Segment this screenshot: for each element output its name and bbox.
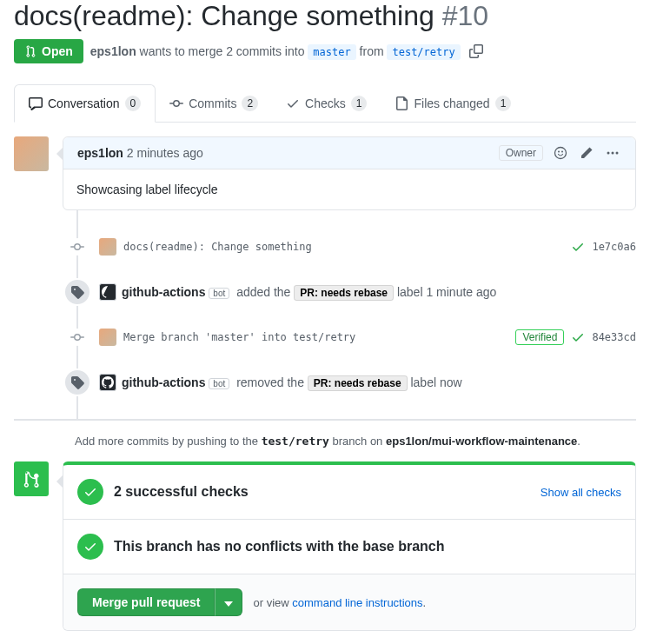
commit-item: docs(readme): Change something 1e7c0a6 [78,224,636,269]
checks-icon [286,96,300,110]
push-hint: Add more commits by pushing to the test/… [75,435,636,448]
label-event: github-actions bot added the PR: needs r… [78,269,636,315]
commit-badge-icon [69,238,86,256]
verified-badge[interactable]: Verified [515,329,564,345]
checks-count: 1 [351,96,368,111]
pr-label[interactable]: PR: needs rebase [294,285,394,301]
pr-title: docs(readme): Change something #10 [14,0,636,32]
commit-badge-icon [69,329,86,346]
state-open-badge: Open [14,39,83,63]
edit-icon[interactable] [578,144,595,162]
files-icon [395,96,408,110]
comment-box: eps1lon 2 minutes ago Owner Showcasing l… [63,136,636,210]
conversation-count: 0 [125,96,142,111]
cli-link[interactable]: command line instructions [292,596,422,609]
tag-badge-icon [63,278,91,306]
comment-time: 2 minutes ago [127,146,203,160]
success-check-icon [77,534,103,560]
base-branch[interactable]: master [308,44,355,60]
svg-point-1 [558,151,560,153]
svg-point-3 [607,152,610,155]
commit-sha[interactable]: 84e33cd [592,331,636,343]
tab-files[interactable]: Files changed 1 [381,84,525,122]
github-avatar[interactable] [99,283,116,301]
pr-icon [24,44,38,58]
comment-body: Showcasing label lifecycle [63,169,635,209]
actor-link[interactable]: github-actions [122,285,205,299]
tag-badge-icon [63,368,91,396]
tabnav: Conversation 0 Commits 2 Checks 1 Files … [14,84,636,123]
pr-number: #10 [442,0,488,31]
react-icon[interactable] [552,144,569,162]
svg-point-5 [616,152,619,155]
svg-point-0 [555,148,567,159]
avatar[interactable] [14,136,49,171]
tab-checks[interactable]: Checks 1 [272,84,381,122]
commit-item: Merge branch 'master' into test/retry Ve… [78,315,636,360]
commit-message[interactable]: docs(readme): Change something [123,241,571,253]
pr-label[interactable]: PR: needs rebase [308,375,408,391]
check-icon[interactable] [571,240,585,254]
svg-point-2 [561,151,563,153]
owner-badge: Owner [499,145,543,161]
head-branch[interactable]: test/retry [387,44,460,60]
pr-title-text: docs(readme): Change something [14,0,434,31]
check-icon[interactable] [571,330,585,344]
bot-badge: bot [209,378,229,389]
label-event: github-actions bot removed the PR: needs… [78,360,636,405]
merge-icon [14,461,49,496]
no-conflicts-title: This branch has no conflicts with the ba… [114,539,445,554]
merge-description: eps1lon wants to merge 2 commits into ma… [90,44,461,58]
pr-author[interactable]: eps1lon [90,44,136,58]
copy-branch-icon[interactable] [468,43,485,60]
merge-button[interactable]: Merge pull request [77,588,215,616]
commit-avatar[interactable] [99,329,116,346]
show-all-checks[interactable]: Show all checks [541,486,621,499]
commit-message[interactable]: Merge branch 'master' into test/retry [123,331,515,343]
success-check-icon [77,479,103,505]
svg-point-4 [612,152,614,155]
kebab-icon[interactable] [604,144,621,162]
checks-title: 2 successful checks [114,484,249,500]
merge-dropdown[interactable] [215,588,242,616]
commit-sha[interactable]: 1e7c0a6 [592,241,636,253]
files-count: 1 [495,96,512,111]
bot-badge: bot [209,288,229,299]
comment-author[interactable]: eps1lon [77,146,123,160]
comment-icon [29,96,43,110]
actor-link[interactable]: github-actions [122,375,205,389]
commit-avatar[interactable] [99,238,116,256]
commits-icon [169,96,183,110]
commits-count: 2 [242,96,258,111]
merge-box: 2 successful checks Show all checks This… [63,461,636,631]
tab-commits[interactable]: Commits 2 [156,84,272,122]
tab-conversation[interactable]: Conversation 0 [14,84,156,123]
github-avatar[interactable] [99,374,116,391]
